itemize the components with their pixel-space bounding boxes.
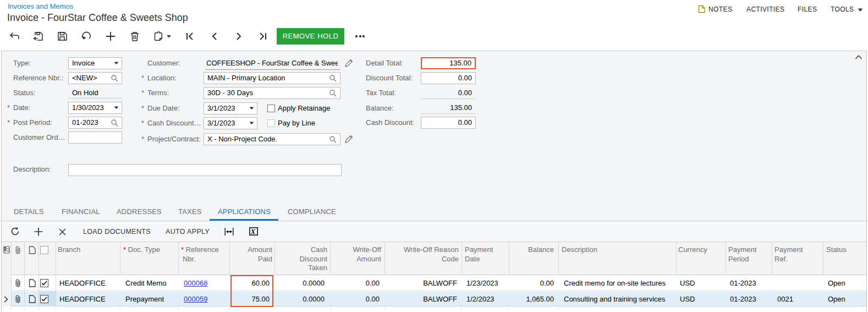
svg-text:X: X bbox=[250, 227, 256, 236]
